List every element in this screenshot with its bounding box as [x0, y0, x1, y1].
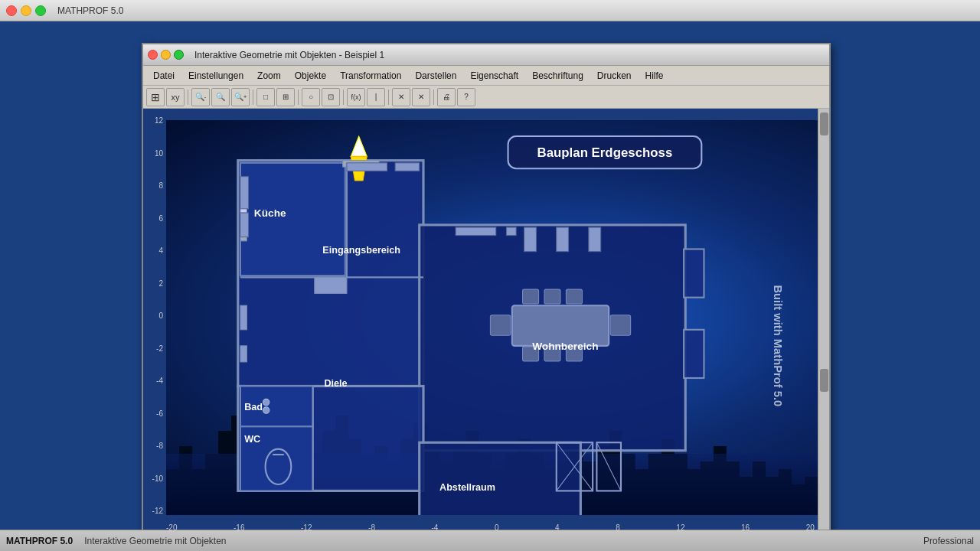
room-label-abstellraum: Abstellraum	[439, 482, 495, 493]
toolbar: ⊞ xy 🔍- 🔍 🔍+ □ ⊞ ○ ⊡ f(x) | ✕ ✕ 🖨 ?	[143, 86, 829, 109]
toolbar-delete1-button[interactable]: ✕	[392, 88, 410, 106]
y-label-10: 10	[143, 149, 166, 158]
menu-einstellungen[interactable]: Einstellungen	[181, 67, 250, 84]
os-bottom-title: Interaktive Geometrie mit Objekten	[84, 536, 923, 546]
y-label-12: 12	[143, 116, 166, 125]
x-label-16: 16	[741, 523, 753, 532]
scrollbar-thumb-top[interactable]	[820, 112, 828, 135]
svg-rect-14	[240, 213, 249, 237]
toolbar-zoom-out-button[interactable]: 🔍-	[191, 88, 210, 106]
x-label-8: 8	[616, 523, 623, 532]
menu-transformation[interactable]: Transformation	[333, 67, 408, 84]
x-label-20: 20	[806, 523, 818, 532]
y-label-6: 6	[143, 214, 166, 223]
canvas-area[interactable]: 12 10 8 6 4 2 0 -2 -4 -6 -8 -10 -12	[143, 109, 829, 534]
app-window: Interaktive Geometrie mit Objekten - Bei…	[142, 43, 831, 533]
svg-point-44	[263, 399, 269, 405]
toolbar-grid-button[interactable]: ⊞	[146, 88, 165, 106]
os-close-button[interactable]	[6, 5, 17, 16]
y-label-n6: -6	[143, 409, 166, 418]
menu-datei[interactable]: Datei	[146, 67, 181, 84]
menu-beschriftung[interactable]: Beschriftung	[525, 67, 590, 84]
toolbar-coord-button[interactable]: xy	[166, 88, 185, 106]
toolbar-zoom-fit-button[interactable]: 🔍	[211, 88, 230, 106]
floorplan-svg: Küche Eingangsbereich Bad WC Diele Abste…	[166, 120, 818, 515]
svg-rect-41	[315, 277, 347, 293]
os-bottombar: MATHPROF 5.0 Interaktive Geometrie mit O…	[0, 530, 980, 551]
toolbar-help-button[interactable]: ?	[457, 88, 475, 106]
toolbar-rect-button[interactable]: □	[256, 88, 275, 106]
menu-eigenschaft[interactable]: Eigenschaft	[463, 67, 525, 84]
toolbar-separator-2	[253, 90, 253, 105]
toolbar-grid2-button[interactable]: ⊞	[276, 88, 295, 106]
menu-hilfe[interactable]: Hilfe	[639, 67, 671, 84]
toolbar-func-button[interactable]: f(x)	[347, 88, 365, 106]
os-maximize-button[interactable]	[35, 5, 46, 16]
y-label-0: 0	[143, 311, 166, 320]
svg-rect-15	[347, 163, 387, 171]
toolbar-print-button[interactable]: 🖨	[437, 88, 456, 106]
x-label-12: 12	[676, 523, 688, 532]
menubar: Datei Einstellungen Zoom Objekte Transfo…	[143, 66, 829, 86]
toolbar-separator-4	[343, 90, 344, 105]
room-label-wohnbereich: Wohnbereich	[532, 341, 598, 352]
app-minimize-button[interactable]	[161, 50, 171, 60]
toolbar-zoom-in-button[interactable]: 🔍+	[231, 88, 250, 106]
svg-rect-16	[395, 163, 420, 171]
app-window-title: Interaktive Geometrie mit Objekten - Bei…	[194, 50, 384, 60]
x-label-4: 4	[555, 523, 563, 532]
toolbar-circle-button[interactable]: ○	[302, 88, 320, 106]
svg-marker-8	[351, 136, 367, 156]
menu-zoom[interactable]: Zoom	[250, 67, 288, 84]
svg-rect-24	[544, 289, 560, 304]
x-label-n4: -4	[432, 523, 442, 532]
room-label-bad: Bad	[244, 402, 263, 412]
svg-point-45	[263, 407, 269, 413]
menu-objekte[interactable]: Objekte	[288, 67, 333, 84]
vertical-scrollbar[interactable]	[818, 109, 829, 534]
svg-rect-46	[456, 227, 496, 236]
y-label-2: 2	[143, 279, 166, 288]
y-axis: 12 10 8 6 4 2 0 -2 -4 -6 -8 -10 -12	[143, 116, 166, 515]
room-label-diele: Diele	[324, 378, 347, 389]
room-label-wc: WC	[244, 434, 260, 445]
y-label-n2: -2	[143, 344, 166, 353]
app-close-button[interactable]	[148, 50, 158, 60]
toolbar-delete2-button[interactable]: ✕	[412, 88, 430, 106]
svg-rect-19	[589, 227, 601, 252]
svg-rect-23	[523, 289, 539, 304]
x-label-n8: -8	[368, 523, 378, 532]
svg-rect-4	[240, 163, 345, 276]
svg-rect-42	[240, 305, 247, 330]
x-label-n16: -16	[234, 523, 247, 532]
os-minimize-button[interactable]	[21, 5, 31, 16]
os-bottom-version: Professional	[923, 536, 974, 546]
y-label-4: 4	[143, 246, 166, 255]
floorplan-title-text: Bauplan Erdgeschoss	[537, 145, 673, 160]
os-window-title: MATHPROF 5.0	[57, 5, 123, 16]
floorplan[interactable]: Küche Eingangsbereich Bad WC Diele Abste…	[166, 120, 818, 515]
toolbar-separator-1	[188, 90, 188, 105]
y-label-n10: -10	[143, 474, 166, 483]
svg-rect-47	[506, 227, 516, 236]
toolbar-square-button[interactable]: ⊡	[322, 88, 340, 106]
menu-darstellen[interactable]: Darstellen	[408, 67, 463, 84]
scrollbar-thumb-bottom[interactable]	[820, 369, 828, 392]
toolbar-separator-5	[388, 90, 389, 105]
svg-rect-29	[684, 249, 704, 297]
os-bottom-appname: MATHPROF 5.0	[6, 536, 73, 546]
toolbar-separator-3	[298, 90, 299, 105]
svg-rect-17	[524, 227, 537, 252]
y-label-8: 8	[143, 181, 166, 190]
svg-rect-22	[610, 315, 630, 335]
main-background: Interaktive Geometrie mit Objekten - Bei…	[0, 21, 980, 551]
svg-rect-18	[557, 227, 569, 252]
toolbar-line-button[interactable]: |	[367, 88, 385, 106]
menu-drucken[interactable]: Drucken	[590, 67, 639, 84]
svg-rect-20	[512, 305, 609, 346]
room-label-eingangsbereich: Eingangsbereich	[322, 245, 400, 256]
y-label-n8: -8	[143, 442, 166, 450]
x-axis: -20 -16 -12 -8 -4 0 4 8 12 16 20	[166, 523, 818, 532]
app-maximize-button[interactable]	[174, 50, 184, 60]
svg-rect-43	[240, 346, 247, 362]
